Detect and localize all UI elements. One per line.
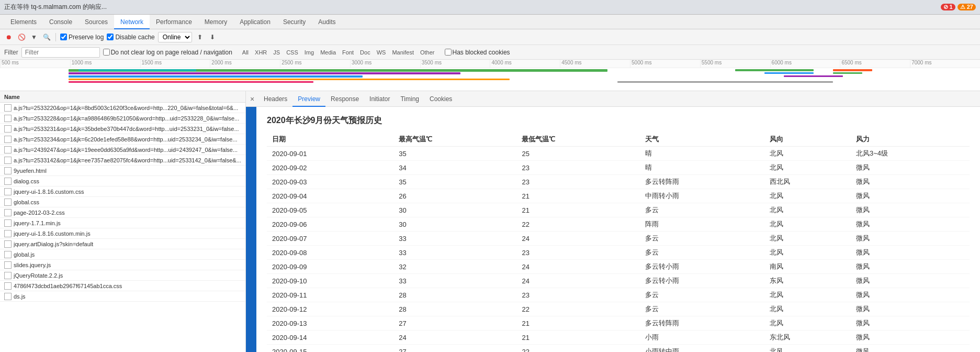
disable-cache-checkbox[interactable]: Disable cache <box>107 34 154 41</box>
filter-ws[interactable]: WS <box>374 47 389 58</box>
list-item[interactable]: slides.jquery.js <box>0 260 245 270</box>
tab-headers[interactable]: Headers <box>258 91 292 107</box>
file-icon <box>4 136 12 143</box>
file-name: a.js?tu=2533228&op=1&jk=a98864869b521050… <box>14 115 239 122</box>
table-cell: 北风 <box>764 345 851 353</box>
list-item[interactable]: a.js?tu=2533234&op=1&jk=6c20de1efed58e88… <box>0 134 245 145</box>
search-icon[interactable]: 🔍 <box>42 32 51 42</box>
list-item[interactable]: a.js?tu=2533220&op=1&jk=8bd5003c1620f3ce… <box>0 103 245 113</box>
filter-font[interactable]: Font <box>340 47 356 58</box>
table-cell: 24 <box>393 331 516 345</box>
tab-network[interactable]: Network <box>114 15 150 29</box>
list-item[interactable]: jquery-ui-1.8.16.custom.css <box>0 186 245 197</box>
tab-timing[interactable]: Timing <box>395 91 424 107</box>
list-item[interactable]: a.js?tu=2439247&op=1&jk=19eee0dd6305a9fd… <box>0 145 245 155</box>
tab-sources[interactable]: Sources <box>78 15 114 29</box>
record-button[interactable]: ⏺ <box>4 32 14 42</box>
filter-other[interactable]: Other <box>418 47 437 58</box>
tab-console[interactable]: Console <box>43 15 78 29</box>
list-item[interactable]: 9yuefen.html <box>0 166 245 176</box>
table-cell: 东风 <box>764 274 851 288</box>
file-icon <box>4 209 12 216</box>
table-cell: 2020-09-09 <box>267 260 393 274</box>
table-cell: 微风 <box>851 331 970 345</box>
tab-response[interactable]: Response <box>325 91 364 107</box>
list-item[interactable]: a.js?tu=2533231&op=1&jk=35bdebe370b447dc… <box>0 124 245 134</box>
tab-elements[interactable]: Elements <box>4 15 43 29</box>
list-item[interactable]: global.js <box>0 249 245 260</box>
list-item[interactable]: a.js?tu=2533228&op=1&jk=a98864869b521050… <box>0 113 245 124</box>
close-preview-button[interactable]: × <box>248 95 256 103</box>
tab-preview[interactable]: Preview <box>292 91 325 107</box>
file-icon <box>4 115 12 122</box>
timeline-mark: 4000 ms <box>490 60 560 68</box>
file-icon <box>4 293 12 300</box>
timeline-mark: 5500 ms <box>700 60 770 68</box>
filter-media[interactable]: Media <box>318 47 339 58</box>
table-cell: 北风 <box>764 147 851 161</box>
table-row: 2020-09-023423晴北风微风 <box>267 161 970 175</box>
file-icon <box>4 199 12 206</box>
table-cell: 东北风 <box>764 331 851 345</box>
table-cell: 多云 <box>640 302 764 316</box>
file-name: a.js?tu=2439247&op=1&jk=19eee0dd6305a9fd… <box>14 147 238 153</box>
tab-initiator[interactable]: Initiator <box>364 91 395 107</box>
file-name: dialog.css <box>14 178 39 184</box>
table-cell: 多云 <box>640 203 764 217</box>
timeline: 500 ms 1000 ms 1500 ms 2000 ms 2500 ms 3… <box>0 60 980 91</box>
main-area: Name a.js?tu=2533220&op=1&jk=8bd5003c162… <box>0 91 980 352</box>
table-cell: 北风 <box>764 316 851 331</box>
filter-input[interactable] <box>21 47 100 58</box>
table-cell: 2020-09-08 <box>267 246 393 260</box>
timeline-bars <box>0 68 980 91</box>
tab-audits[interactable]: Audits <box>312 15 342 29</box>
filter-js[interactable]: JS <box>271 47 283 58</box>
table-cell: 21 <box>516 203 639 217</box>
list-item[interactable]: jquery-1.7.1.min.js <box>0 218 245 228</box>
table-cell: 阵雨 <box>640 217 764 232</box>
export-button[interactable]: ⬇ <box>208 32 217 42</box>
filter-toggle[interactable]: ▼ <box>29 32 39 42</box>
import-button[interactable]: ⬆ <box>195 32 205 42</box>
filter-all[interactable]: All <box>240 47 251 58</box>
col-header-max-temp: 最高气温℃ <box>393 133 516 147</box>
table-cell: 微风 <box>851 189 970 203</box>
list-item[interactable]: page-2012-03-2.css <box>0 207 245 218</box>
separator <box>55 33 56 41</box>
list-item[interactable]: jQueryRotate.2.2.js <box>0 270 245 281</box>
preserve-log-checkbox[interactable]: Preserve log <box>60 34 104 41</box>
file-list-header: Name <box>0 91 245 103</box>
list-item[interactable]: 4786f473dcbd1aeb2967f67145ab1cca.css <box>0 281 245 291</box>
throttle-select[interactable]: Online <box>158 32 192 42</box>
table-row: 2020-09-033523多云转阵雨西北风微风 <box>267 175 970 189</box>
table-cell: 2020-09-02 <box>267 161 393 175</box>
tab-performance[interactable]: Performance <box>150 15 198 29</box>
blocked-cookies-checkbox[interactable]: Has blocked cookies <box>445 49 510 56</box>
no-clear-checkbox[interactable]: Do not clear log on page reload / naviga… <box>103 49 232 56</box>
table-cell: 晴 <box>640 147 764 161</box>
list-item[interactable]: jquery.artDialog.js?skin=default <box>0 239 245 249</box>
tab-cookies[interactable]: Cookies <box>424 91 457 107</box>
list-item[interactable]: a.js?tu=2533142&op=1&jk=ee7357ae82075fc4… <box>0 155 245 166</box>
list-item[interactable]: jquery-ui-1.8.16.custom.min.js <box>0 228 245 239</box>
filter-manifest[interactable]: Manifest <box>389 47 416 58</box>
disable-cache-input[interactable] <box>107 34 114 40</box>
tab-memory[interactable]: Memory <box>198 15 233 29</box>
filter-xhr[interactable]: XHR <box>252 47 269 58</box>
table-cell: 24 <box>516 274 639 288</box>
table-row: 2020-09-152722小雨转中雨北风微风 <box>267 345 970 353</box>
tab-application[interactable]: Application <box>233 15 277 29</box>
list-item[interactable]: global.css <box>0 197 245 207</box>
list-item[interactable]: dialog.css <box>0 176 245 186</box>
filter-css[interactable]: CSS <box>284 47 301 58</box>
clear-button[interactable]: 🚫 <box>17 32 26 42</box>
list-item[interactable]: ds.js <box>0 291 245 302</box>
file-name: a.js?tu=2533231&op=1&jk=35bdebe370b447dc… <box>14 126 239 132</box>
filter-img[interactable]: Img <box>302 47 317 58</box>
filter-doc[interactable]: Doc <box>357 47 373 58</box>
table-cell: 北风 <box>764 189 851 203</box>
tab-security[interactable]: Security <box>277 15 312 29</box>
table-cell: 24 <box>516 232 639 246</box>
timeline-mark: 6500 ms <box>840 60 910 68</box>
preserve-log-input[interactable] <box>60 34 67 40</box>
